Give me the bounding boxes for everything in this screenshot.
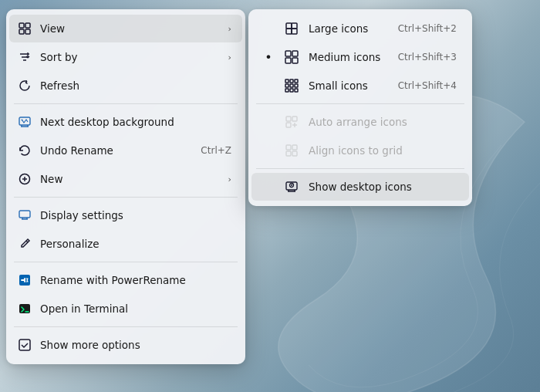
context-menu: View › Sort by › Refresh (6, 9, 245, 364)
menu-item-view[interactable]: View › (9, 15, 242, 42)
auto-arrange-label: Auto arrange icons (309, 116, 457, 128)
svg-rect-20 (290, 79, 293, 83)
svg-rect-0 (19, 23, 24, 28)
new-chevron: › (228, 174, 231, 184)
divider-1 (14, 103, 238, 104)
svg-rect-22 (285, 84, 289, 87)
menu-item-display-settings[interactable]: Display settings (9, 201, 242, 229)
align-grid-label: Align icons to grid (309, 144, 457, 157)
menu-item-sort-by[interactable]: Sort by › (9, 43, 242, 71)
submenu-item-show-desktop-icons[interactable]: Show desktop icons (251, 173, 469, 201)
show-desktop-bullet (262, 180, 275, 194)
svg-point-37 (291, 184, 292, 186)
terminal-label: Open in Terminal (40, 302, 231, 315)
menu-item-undo-rename[interactable]: Undo Rename Ctrl+Z (9, 137, 242, 164)
view-chevron: › (228, 24, 231, 34)
svg-rect-25 (285, 89, 289, 92)
svg-rect-30 (286, 123, 291, 127)
view-label: View (40, 22, 221, 35)
auto-arrange-icon (284, 114, 299, 130)
submenu-divider-2 (256, 168, 464, 169)
small-icons-label: Small icons (309, 79, 389, 92)
powertoys-icon (17, 272, 32, 288)
show-desktop-icons-label: Show desktop icons (309, 181, 457, 193)
terminal-icon (17, 301, 32, 316)
svg-rect-32 (292, 145, 297, 150)
small-icons-shortcut: Ctrl+Shift+4 (398, 80, 457, 91)
svg-rect-28 (286, 117, 291, 121)
medium-icons-shortcut: Ctrl+Shift+3 (398, 52, 457, 63)
small-bullet (262, 79, 275, 93)
auto-arrange-bullet (262, 115, 275, 130)
next-bg-label: Next desktop background (40, 116, 231, 128)
personalize-icon (17, 236, 32, 252)
svg-rect-10 (19, 340, 30, 350)
svg-rect-13 (286, 29, 292, 34)
menu-item-next-bg[interactable]: Next desktop background (9, 108, 242, 136)
menu-item-terminal[interactable]: Open in Terminal (9, 295, 242, 323)
svg-rect-7 (19, 211, 30, 218)
menu-item-new[interactable]: New › (9, 165, 242, 193)
svg-rect-31 (286, 145, 291, 150)
new-label: New (40, 173, 221, 185)
large-bullet (262, 22, 275, 36)
view-submenu: Large icons Ctrl+Shift+2 • Medium icons … (248, 9, 472, 206)
svg-rect-12 (292, 23, 297, 29)
powertoys-label: Rename with PowerRename (40, 274, 231, 286)
new-icon (17, 171, 32, 187)
svg-rect-19 (285, 79, 289, 83)
svg-rect-27 (295, 89, 298, 92)
refresh-icon (17, 78, 32, 93)
svg-rect-33 (286, 151, 291, 156)
submenu-item-small-icons[interactable]: Small icons Ctrl+Shift+4 (251, 72, 469, 100)
svg-rect-18 (292, 58, 298, 63)
svg-rect-29 (292, 117, 297, 121)
svg-rect-17 (285, 58, 291, 63)
svg-rect-16 (292, 51, 298, 56)
personalize-label: Personalize (40, 238, 231, 250)
undo-shortcut: Ctrl+Z (201, 145, 231, 156)
svg-rect-11 (286, 23, 292, 29)
undo-icon (17, 143, 32, 158)
sort-icon (17, 49, 32, 65)
desktop-bg-icon (17, 114, 32, 130)
small-icons-icon (284, 78, 299, 93)
align-grid-bullet (262, 144, 275, 158)
medium-icons-icon (284, 49, 299, 65)
display-icon (17, 208, 32, 223)
menu-item-show-more[interactable]: Show more options (9, 331, 242, 359)
menu-item-personalize[interactable]: Personalize (9, 230, 242, 258)
svg-rect-2 (19, 29, 24, 34)
divider-3 (14, 262, 238, 262)
submenu-item-auto-arrange[interactable]: Auto arrange icons (251, 108, 469, 136)
refresh-label: Refresh (40, 79, 231, 92)
sort-by-label: Sort by (40, 51, 221, 63)
svg-rect-21 (295, 79, 298, 83)
svg-rect-15 (285, 51, 291, 56)
show-more-label: Show more options (40, 339, 231, 351)
show-desktop-icon (284, 179, 299, 194)
large-icons-icon (284, 21, 299, 36)
svg-rect-3 (25, 29, 30, 34)
context-menu-wrapper: View › Sort by › Refresh (6, 9, 245, 364)
medium-icons-label: Medium icons (309, 51, 389, 63)
svg-rect-14 (292, 29, 297, 34)
submenu-item-large-icons[interactable]: Large icons Ctrl+Shift+2 (251, 15, 469, 42)
divider-2 (14, 197, 238, 198)
menu-item-powertoys[interactable]: Rename with PowerRename (9, 266, 242, 294)
submenu-divider-1 (256, 103, 464, 104)
svg-rect-26 (290, 89, 293, 92)
submenu-item-align-grid[interactable]: Align icons to grid (251, 137, 469, 164)
svg-rect-24 (295, 84, 298, 87)
menu-item-refresh[interactable]: Refresh (9, 72, 242, 100)
submenu-item-medium-icons[interactable]: • Medium icons Ctrl+Shift+3 (251, 43, 469, 71)
undo-rename-label: Undo Rename (40, 144, 193, 157)
divider-4 (14, 326, 238, 327)
grid-icon (17, 21, 32, 36)
svg-rect-23 (290, 84, 293, 87)
large-icons-shortcut: Ctrl+Shift+2 (398, 23, 457, 34)
large-icons-label: Large icons (309, 22, 389, 35)
medium-bullet: • (262, 50, 275, 65)
align-grid-icon (284, 143, 299, 158)
svg-rect-1 (25, 23, 30, 28)
